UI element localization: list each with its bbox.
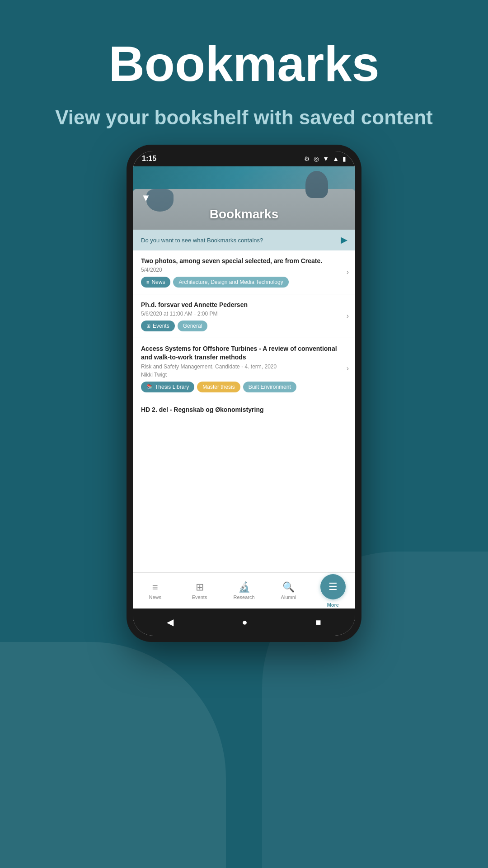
phone-inner: 1:15 ⚙ ◎ ▼ ▲ ▮ ▼ Bookmarks [133, 151, 355, 636]
chevron-icon: › [347, 364, 349, 373]
tag-events-label: Events [153, 323, 169, 329]
android-nav: ◀ ● ■ [133, 609, 355, 636]
page-subtitle: View your bookshelf with saved content [27, 104, 461, 130]
status-time: 1:15 [142, 155, 156, 163]
nav-item-news[interactable]: ≡ News [133, 581, 177, 600]
thesis-icon: 📚 [146, 384, 153, 390]
tag-master-label: Master thesis [202, 384, 235, 390]
more-icon: ☰ [328, 581, 338, 593]
list-item[interactable]: Two photos, among seven special selected… [133, 250, 355, 294]
item-1-title: Two photos, among seven special selected… [141, 257, 347, 265]
nav-item-more[interactable]: ☰ More [311, 574, 355, 608]
chevron-icon: › [347, 268, 349, 276]
item-3-tags: 📚 Thesis Library Master thesis Built Env… [141, 382, 347, 392]
events-nav-icon: ⊞ [196, 581, 204, 593]
chevron-icon: › [347, 312, 349, 320]
app-header: ▼ Bookmarks [133, 166, 355, 230]
tag-news-label: News [151, 279, 165, 285]
filter-icon[interactable]: ▼ [141, 192, 151, 204]
nav-item-events[interactable]: ⊞ Events [177, 581, 221, 600]
back-button[interactable]: ◀ [167, 617, 174, 627]
item-1-tags: ≡ News Architecture, Design and Media Te… [141, 277, 347, 288]
list-item-partial[interactable]: HD 2. del - Regnskab og Økonomistyring [133, 399, 355, 419]
tag-architecture-label: Architecture, Design and Media Technolog… [178, 279, 283, 285]
tag-events[interactable]: ⊞ Events [141, 321, 175, 331]
home-button[interactable]: ● [242, 617, 247, 627]
status-bar: 1:15 ⚙ ◎ ▼ ▲ ▮ [133, 151, 355, 166]
bg-wave-left [0, 642, 226, 868]
signal-icon: ▲ [333, 155, 339, 162]
item-3-title: Access Systems for Offshore Turbines - A… [141, 344, 347, 361]
tag-built-label: Built Environment [249, 384, 291, 390]
news-icon: ≡ [146, 279, 149, 285]
tag-built-environment[interactable]: Built Environment [243, 382, 296, 392]
item-3-author: Nikki Twigt [141, 372, 347, 378]
nav-item-alumni[interactable]: 🔍 Alumni [266, 581, 310, 600]
item-2-tags: ⊞ Events General [141, 321, 347, 331]
app-header-title: Bookmarks [133, 207, 355, 222]
phone-outer: 1:15 ⚙ ◎ ▼ ▲ ▮ ▼ Bookmarks [127, 145, 361, 642]
more-nav-label: More [327, 602, 339, 608]
news-nav-label: News [149, 594, 161, 600]
item-1-date: 5/4/2020 [141, 267, 347, 273]
list-item[interactable]: Ph.d. forsvar ved Annette Pedersen 5/6/2… [133, 294, 355, 338]
alumni-nav-label: Alumni [281, 594, 296, 600]
item-4-title: HD 2. del - Regnskab og Økonomistyring [141, 406, 347, 414]
item-3-meta: Risk and Safety Management, Candidate - … [141, 363, 347, 371]
info-banner-arrow[interactable]: ▶ [341, 235, 347, 245]
info-banner[interactable]: Do you want to see what Bookmarks contai… [133, 230, 355, 250]
tag-thesis-label: Thesis Library [155, 384, 189, 390]
info-banner-text: Do you want to see what Bookmarks contai… [141, 237, 263, 244]
tag-architecture[interactable]: Architecture, Design and Media Technolog… [173, 277, 288, 288]
tag-thesis-library[interactable]: 📚 Thesis Library [141, 382, 194, 392]
research-nav-icon: 🔬 [238, 581, 250, 593]
events-nav-label: Events [192, 594, 207, 600]
battery-icon: ▮ [343, 155, 346, 162]
alumni-nav-icon: 🔍 [282, 581, 295, 593]
item-2-date: 5/6/2020 at 11:00 AM - 2:00 PM [141, 311, 347, 317]
wifi-icon: ▼ [323, 155, 329, 162]
circle-icon: ◎ [314, 155, 319, 162]
recent-button[interactable]: ■ [315, 617, 321, 627]
tag-master-thesis[interactable]: Master thesis [197, 382, 240, 392]
tag-general-label: General [183, 323, 202, 329]
bottom-nav: ≡ News ⊞ Events 🔬 Research 🔍 Alumni [133, 572, 355, 609]
research-nav-label: Research [233, 594, 254, 600]
status-icons: ⚙ ◎ ▼ ▲ ▮ [304, 155, 346, 162]
tag-news[interactable]: ≡ News [141, 277, 170, 288]
events-icon: ⊞ [146, 323, 150, 329]
more-circle: ☰ [320, 574, 346, 599]
news-nav-icon: ≡ [152, 581, 158, 593]
content-list: Two photos, among seven special selected… [133, 250, 355, 572]
page-header: Bookmarks View your bookshelf with saved… [0, 0, 488, 148]
tag-general[interactable]: General [178, 321, 208, 331]
nav-item-research[interactable]: 🔬 Research [222, 581, 266, 600]
item-2-title: Ph.d. forsvar ved Annette Pedersen [141, 301, 347, 309]
page-title: Bookmarks [27, 36, 461, 91]
phone-mockup: 1:15 ⚙ ◎ ▼ ▲ ▮ ▼ Bookmarks [127, 145, 361, 642]
settings-icon: ⚙ [304, 155, 310, 162]
list-item[interactable]: Access Systems for Offshore Turbines - A… [133, 338, 355, 399]
